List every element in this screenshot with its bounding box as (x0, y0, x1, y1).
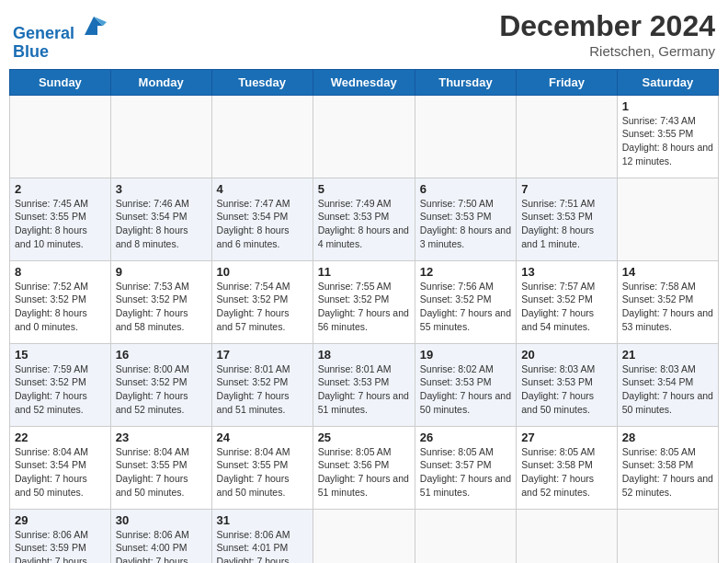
calendar-cell: 23Sunrise: 8:04 AMSunset: 3:55 PMDayligh… (110, 426, 211, 509)
day-number: 15 (15, 348, 106, 362)
calendar-cell: 22Sunrise: 8:04 AMSunset: 3:54 PMDayligh… (10, 426, 111, 509)
day-number: 29 (15, 513, 106, 527)
cell-details: Sunrise: 8:05 AMSunset: 3:56 PMDaylight:… (318, 446, 409, 498)
day-number: 20 (521, 348, 612, 362)
calendar-cell (617, 178, 718, 260)
calendar-cell (110, 95, 211, 178)
day-number: 6 (420, 182, 511, 196)
calendar-week-row: 2Sunrise: 7:45 AMSunset: 3:55 PMDaylight… (10, 178, 719, 260)
calendar-week-row: 22Sunrise: 8:04 AMSunset: 3:54 PMDayligh… (10, 426, 719, 509)
day-number: 22 (15, 431, 106, 444)
day-number: 14 (622, 265, 713, 279)
cell-details: Sunrise: 8:05 AMSunset: 3:58 PMDaylight:… (521, 446, 595, 498)
calendar-cell (211, 95, 313, 178)
cell-details: Sunrise: 7:57 AMSunset: 3:52 PMDaylight:… (521, 281, 595, 332)
day-number: 12 (420, 265, 511, 279)
calendar-cell (415, 509, 516, 563)
cell-details: Sunrise: 7:58 AMSunset: 3:52 PMDaylight:… (622, 281, 713, 332)
calendar-cell: 20Sunrise: 8:03 AMSunset: 3:53 PMDayligh… (517, 343, 618, 426)
calendar-cell: 26Sunrise: 8:05 AMSunset: 3:57 PMDayligh… (415, 426, 516, 509)
day-number: 30 (116, 513, 207, 527)
calendar-cell: 19Sunrise: 8:02 AMSunset: 3:53 PMDayligh… (415, 343, 516, 426)
day-number: 5 (318, 182, 410, 196)
page-title: December 2024 (499, 9, 715, 43)
day-number: 1 (622, 99, 713, 113)
calendar-cell (517, 95, 618, 178)
cell-details: Sunrise: 8:02 AMSunset: 3:53 PMDaylight:… (420, 363, 511, 415)
calendar-cell (415, 95, 516, 178)
calendar-cell: 4Sunrise: 7:47 AMSunset: 3:54 PMDaylight… (211, 178, 313, 260)
calendar-cell: 18Sunrise: 8:01 AMSunset: 3:53 PMDayligh… (313, 343, 415, 426)
cell-details: Sunrise: 8:06 AMSunset: 4:01 PMDaylight:… (217, 529, 290, 563)
day-number: 16 (116, 348, 207, 362)
title-block: December 2024 Rietschen, Germany (499, 9, 715, 59)
calendar-cell (313, 95, 415, 178)
cell-details: Sunrise: 8:04 AMSunset: 3:55 PMDaylight:… (217, 446, 290, 498)
cell-details: Sunrise: 7:53 AMSunset: 3:52 PMDaylight:… (116, 281, 189, 332)
day-number: 24 (217, 431, 308, 444)
calendar-cell (10, 95, 111, 178)
calendar-cell: 13Sunrise: 7:57 AMSunset: 3:52 PMDayligh… (517, 260, 618, 343)
calendar-cell: 6Sunrise: 7:50 AMSunset: 3:53 PMDaylight… (415, 178, 516, 260)
day-number: 26 (420, 431, 511, 444)
cell-details: Sunrise: 8:05 AMSunset: 3:58 PMDaylight:… (622, 446, 713, 498)
day-number: 28 (622, 431, 713, 444)
cell-details: Sunrise: 8:06 AMSunset: 3:59 PMDaylight:… (15, 529, 88, 563)
calendar-cell: 12Sunrise: 7:56 AMSunset: 3:52 PMDayligh… (415, 260, 516, 343)
calendar-cell (617, 509, 718, 563)
calendar-cell: 9Sunrise: 7:53 AMSunset: 3:52 PMDaylight… (110, 260, 211, 343)
calendar-cell: 24Sunrise: 8:04 AMSunset: 3:55 PMDayligh… (211, 426, 313, 509)
cell-details: Sunrise: 7:55 AMSunset: 3:52 PMDaylight:… (318, 281, 409, 332)
calendar-week-row: 29Sunrise: 8:06 AMSunset: 3:59 PMDayligh… (10, 509, 719, 563)
weekday-header-wednesday: Wednesday (313, 69, 415, 95)
logo-blue: Blue (13, 42, 49, 61)
day-number: 25 (318, 431, 410, 444)
day-number: 3 (116, 182, 207, 196)
calendar-cell: 27Sunrise: 8:05 AMSunset: 3:58 PMDayligh… (517, 426, 618, 509)
calendar-cell: 30Sunrise: 8:06 AMSunset: 4:00 PMDayligh… (110, 509, 211, 563)
calendar-cell: 29Sunrise: 8:06 AMSunset: 3:59 PMDayligh… (10, 509, 111, 563)
weekday-header-sunday: Sunday (10, 69, 111, 95)
day-number: 17 (217, 348, 308, 362)
calendar-cell: 10Sunrise: 7:54 AMSunset: 3:52 PMDayligh… (211, 260, 313, 343)
calendar-header-row: SundayMondayTuesdayWednesdayThursdayFrid… (10, 69, 719, 95)
cell-details: Sunrise: 8:01 AMSunset: 3:53 PMDaylight:… (318, 363, 409, 415)
cell-details: Sunrise: 7:43 AMSunset: 3:55 PMDaylight:… (622, 115, 713, 167)
weekday-header-saturday: Saturday (617, 69, 718, 95)
cell-details: Sunrise: 8:01 AMSunset: 3:52 PMDaylight:… (217, 363, 290, 415)
calendar-cell: 1Sunrise: 7:43 AMSunset: 3:55 PMDaylight… (617, 95, 718, 178)
cell-details: Sunrise: 7:50 AMSunset: 3:53 PMDaylight:… (420, 198, 511, 249)
day-number: 18 (318, 348, 410, 362)
cell-details: Sunrise: 8:06 AMSunset: 4:00 PMDaylight:… (116, 529, 189, 563)
day-number: 19 (420, 348, 511, 362)
cell-details: Sunrise: 8:05 AMSunset: 3:57 PMDaylight:… (420, 446, 511, 498)
day-number: 8 (15, 265, 106, 279)
cell-details: Sunrise: 8:03 AMSunset: 3:54 PMDaylight:… (622, 363, 713, 415)
cell-details: Sunrise: 7:47 AMSunset: 3:54 PMDaylight:… (217, 198, 290, 249)
calendar-cell: 2Sunrise: 7:45 AMSunset: 3:55 PMDaylight… (10, 178, 111, 260)
page-subtitle: Rietschen, Germany (499, 43, 715, 59)
calendar-cell: 25Sunrise: 8:05 AMSunset: 3:56 PMDayligh… (313, 426, 415, 509)
calendar-week-row: 15Sunrise: 7:59 AMSunset: 3:52 PMDayligh… (10, 343, 719, 426)
calendar-cell: 14Sunrise: 7:58 AMSunset: 3:52 PMDayligh… (617, 260, 718, 343)
day-number: 23 (116, 431, 207, 444)
cell-details: Sunrise: 7:51 AMSunset: 3:53 PMDaylight:… (521, 198, 595, 249)
calendar-cell: 11Sunrise: 7:55 AMSunset: 3:52 PMDayligh… (313, 260, 415, 343)
calendar-cell: 21Sunrise: 8:03 AMSunset: 3:54 PMDayligh… (617, 343, 718, 426)
day-number: 2 (15, 182, 106, 196)
cell-details: Sunrise: 7:46 AMSunset: 3:54 PMDaylight:… (116, 198, 189, 249)
calendar-cell: 15Sunrise: 7:59 AMSunset: 3:52 PMDayligh… (10, 343, 111, 426)
logo: General Blue (13, 13, 107, 62)
calendar-table: SundayMondayTuesdayWednesdayThursdayFrid… (9, 69, 719, 563)
weekday-header-tuesday: Tuesday (211, 69, 313, 95)
weekday-header-friday: Friday (517, 69, 618, 95)
calendar-cell: 7Sunrise: 7:51 AMSunset: 3:53 PMDaylight… (517, 178, 618, 260)
cell-details: Sunrise: 7:56 AMSunset: 3:52 PMDaylight:… (420, 281, 511, 332)
day-number: 11 (318, 265, 410, 279)
calendar-cell (517, 509, 618, 563)
page-header: General Blue December 2024 Rietschen, Ge… (9, 9, 719, 62)
day-number: 27 (521, 431, 612, 444)
calendar-cell: 28Sunrise: 8:05 AMSunset: 3:58 PMDayligh… (617, 426, 718, 509)
calendar-week-row: 8Sunrise: 7:52 AMSunset: 3:52 PMDaylight… (10, 260, 719, 343)
cell-details: Sunrise: 7:54 AMSunset: 3:52 PMDaylight:… (217, 281, 290, 332)
